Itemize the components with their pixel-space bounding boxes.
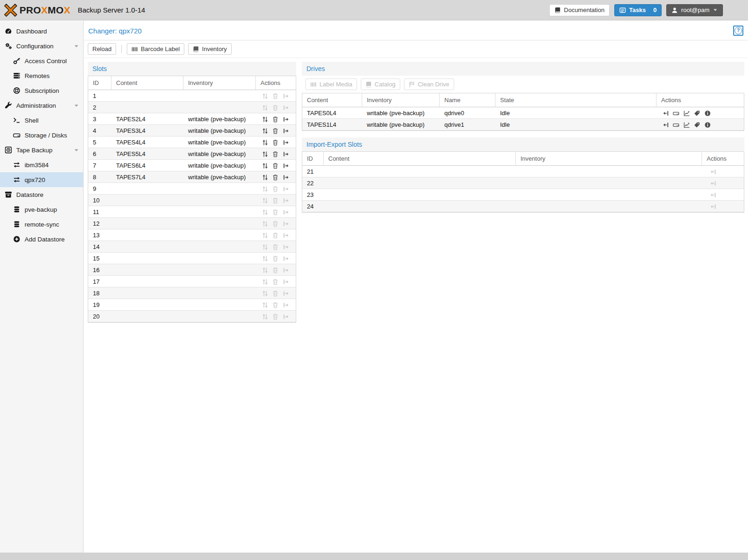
slot-row[interactable]: 15: [88, 253, 296, 264]
column-header-content[interactable]: Content: [111, 76, 183, 90]
slot-content: [111, 253, 183, 264]
slot-row[interactable]: 8 TAPES7L4 writable (pve-backup): [88, 171, 296, 183]
slot-row[interactable]: 14: [88, 241, 296, 253]
erase-icon[interactable]: [272, 163, 279, 169]
reload-button[interactable]: Reload: [88, 43, 116, 55]
column-header-actions[interactable]: Actions: [702, 152, 744, 166]
sidebar-item-icon: [13, 221, 20, 228]
slot-row[interactable]: 5 TAPES4L4 writable (pve-backup): [88, 137, 296, 148]
sidebar-item-label: remote-sync: [25, 221, 59, 228]
erase-icon[interactable]: [272, 139, 279, 146]
transfer-icon[interactable]: [262, 151, 268, 157]
erase-icon[interactable]: [272, 116, 279, 123]
column-header-inventory[interactable]: Inventory: [362, 93, 440, 107]
column-header-name[interactable]: Name: [440, 93, 495, 107]
export-icon[interactable]: [283, 174, 289, 181]
clean-drive-button: Clean Drive: [404, 78, 454, 90]
slot-row[interactable]: 6 TAPES5L4 writable (pve-backup): [88, 148, 296, 160]
eject-drive-icon[interactable]: [673, 110, 679, 117]
sidebar-item-remotes[interactable]: Remotes: [0, 68, 83, 83]
column-header-content[interactable]: Content: [302, 93, 362, 107]
export-icon[interactable]: [283, 139, 289, 146]
slot-row[interactable]: 4 TAPES3L4 writable (pve-backup): [88, 125, 296, 137]
documentation-button[interactable]: Documentation: [549, 4, 610, 16]
toolbar-button-label: Clean Drive: [418, 81, 449, 88]
column-header-id[interactable]: ID: [88, 76, 111, 90]
read-label-icon[interactable]: [694, 122, 700, 128]
chevron-down-icon[interactable]: [74, 148, 79, 153]
transfer-icon[interactable]: [262, 116, 268, 123]
chevron-down-icon[interactable]: [74, 103, 79, 108]
sidebar-item-tape-backup[interactable]: Tape Backup: [0, 143, 83, 157]
help-button[interactable]: ?: [733, 26, 743, 36]
slot-row[interactable]: 16: [88, 264, 296, 276]
slot-row[interactable]: 9: [88, 183, 296, 195]
sidebar-item-dashboard[interactable]: Dashboard: [0, 24, 83, 39]
import-export-row[interactable]: 22: [302, 177, 744, 189]
export-icon[interactable]: [283, 128, 289, 134]
transfer-icon[interactable]: [262, 163, 268, 169]
column-header-inventory[interactable]: Inventory: [183, 76, 256, 90]
column-header-content[interactable]: Content: [324, 152, 516, 166]
unload-icon[interactable]: [663, 110, 669, 117]
inventory-button[interactable]: Inventory: [188, 43, 231, 55]
sidebar-item-configuration[interactable]: Configuration: [0, 39, 83, 53]
slot-row[interactable]: 19: [88, 299, 296, 311]
status-info-icon[interactable]: [704, 110, 711, 117]
sidebar-item-datastore[interactable]: Datastore: [0, 187, 83, 202]
export-icon[interactable]: [283, 116, 289, 123]
sidebar-item-add-datastore[interactable]: Add Datastore: [0, 232, 83, 247]
sidebar-item-subscription[interactable]: Subscription: [0, 83, 83, 98]
drives-toolbar: Label Media Catalog Clean Drive: [302, 76, 744, 93]
sidebar-item-pve-backup[interactable]: pve-backup: [0, 202, 83, 217]
sidebar-item-qpx720[interactable]: qpx720: [0, 172, 83, 187]
erase-icon[interactable]: [272, 151, 279, 157]
transfer-icon[interactable]: [262, 174, 268, 181]
column-header-id[interactable]: ID: [302, 152, 324, 166]
column-header-actions[interactable]: Actions: [657, 93, 744, 107]
import-export-row[interactable]: 24: [302, 201, 744, 212]
import-export-row[interactable]: 23: [302, 189, 744, 201]
column-header-inventory[interactable]: Inventory: [516, 152, 702, 166]
user-menu-button[interactable]: root@pam: [666, 4, 723, 16]
export-icon: [283, 290, 289, 297]
status-info-icon[interactable]: [704, 122, 711, 128]
sidebar-item-label: Subscription: [25, 87, 59, 94]
transfer-icon[interactable]: [262, 139, 268, 146]
drive-row[interactable]: TAPES1L4 writable (pve-backup) qdrive1 I…: [302, 119, 744, 130]
drive-row[interactable]: TAPES0L4 writable (pve-backup) qdrive0 I…: [302, 107, 744, 119]
read-label-icon[interactable]: [694, 110, 700, 117]
transfer-icon[interactable]: [262, 128, 268, 134]
sidebar-item-administration[interactable]: Administration: [0, 98, 83, 113]
barcode-label-button[interactable]: Barcode Label: [127, 43, 184, 55]
chevron-down-icon[interactable]: [74, 44, 79, 49]
tasks-button[interactable]: Tasks 0: [614, 4, 662, 16]
volume-statistics-icon[interactable]: [683, 110, 690, 117]
sidebar-item-ibm3584[interactable]: ibm3584: [0, 157, 83, 172]
erase-icon[interactable]: [272, 174, 279, 181]
slot-row[interactable]: 18: [88, 287, 296, 299]
unload-icon[interactable]: [663, 122, 669, 128]
slot-row[interactable]: 2: [88, 102, 296, 113]
slot-row[interactable]: 11: [88, 206, 296, 218]
export-icon[interactable]: [283, 163, 289, 169]
slot-row[interactable]: 7 TAPES6L4 writable (pve-backup): [88, 160, 296, 171]
sidebar-item-access-control[interactable]: Access Control: [0, 53, 83, 68]
column-header-actions[interactable]: Actions: [256, 76, 296, 90]
sidebar-item-shell[interactable]: Shell: [0, 113, 83, 128]
slot-row[interactable]: 3 TAPES2L4 writable (pve-backup): [88, 113, 296, 125]
export-icon[interactable]: [283, 151, 289, 157]
sidebar-item-remote-sync[interactable]: remote-sync: [0, 217, 83, 232]
slot-row[interactable]: 13: [88, 229, 296, 241]
sidebar-item-storage-disks[interactable]: Storage / Disks: [0, 128, 83, 143]
slot-row[interactable]: 20: [88, 311, 296, 322]
erase-icon[interactable]: [272, 128, 279, 134]
column-header-state[interactable]: State: [495, 93, 657, 107]
slot-row[interactable]: 12: [88, 218, 296, 229]
import-export-row[interactable]: 21: [302, 166, 744, 177]
volume-statistics-icon[interactable]: [683, 122, 690, 128]
eject-drive-icon[interactable]: [673, 122, 679, 128]
slot-row[interactable]: 17: [88, 276, 296, 287]
slot-row[interactable]: 1: [88, 90, 296, 102]
slot-row[interactable]: 10: [88, 195, 296, 206]
